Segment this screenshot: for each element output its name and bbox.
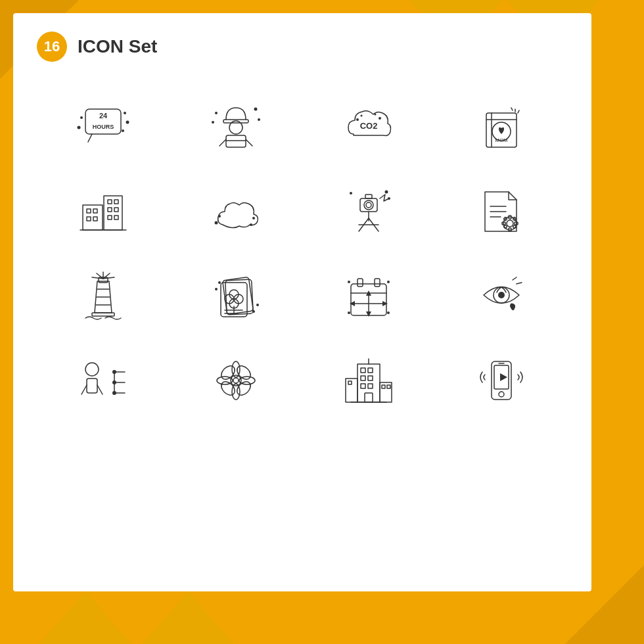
icon-settings-doc (435, 167, 568, 252)
svg-point-21 (379, 117, 381, 120)
svg-point-100 (348, 311, 350, 314)
svg-line-29 (511, 108, 513, 110)
icon-lighthouse (37, 252, 170, 338)
header: 16 ICON Set (13, 13, 591, 75)
svg-line-115 (517, 283, 522, 284)
svg-marker-108 (382, 301, 388, 306)
svg-point-133 (219, 379, 237, 398)
svg-marker-111 (366, 311, 371, 317)
svg-rect-104 (357, 279, 363, 287)
svg-line-6 (88, 134, 92, 142)
svg-line-119 (97, 385, 103, 394)
icon-calendar-resize (302, 252, 435, 338)
svg-point-0 (80, 116, 83, 119)
icon-clover-card (170, 252, 302, 338)
svg-point-47 (252, 217, 255, 219)
svg-rect-140 (368, 368, 373, 373)
bottom-left-decoration (39, 591, 239, 644)
svg-point-9 (215, 112, 218, 114)
svg-marker-107 (350, 301, 355, 306)
svg-point-64 (507, 220, 513, 227)
svg-text:CO2: CO2 (360, 121, 378, 131)
icon-cloud-blob (170, 167, 302, 252)
svg-rect-38 (108, 200, 112, 204)
svg-text:24: 24 (99, 112, 108, 120)
icon-worker (170, 81, 302, 167)
svg-line-31 (518, 110, 519, 113)
svg-marker-154 (500, 373, 507, 381)
svg-rect-144 (368, 384, 373, 388)
svg-rect-145 (365, 393, 373, 402)
svg-point-2 (124, 112, 126, 114)
icon-person-chart (37, 338, 170, 423)
svg-rect-142 (368, 376, 373, 380)
svg-point-4 (122, 129, 124, 132)
icon-mandala (170, 338, 302, 423)
svg-rect-34 (87, 209, 91, 213)
svg-point-3 (126, 121, 129, 124)
svg-point-50 (385, 191, 388, 194)
svg-point-136 (233, 378, 239, 383)
svg-point-155 (499, 392, 504, 397)
svg-line-118 (81, 385, 87, 394)
icon-mobile-video (435, 338, 568, 423)
svg-point-132 (235, 363, 253, 382)
svg-point-134 (235, 379, 253, 398)
svg-point-54 (366, 202, 371, 208)
icon-eye-drop (435, 252, 568, 338)
icon-city-building (302, 338, 435, 423)
svg-point-101 (387, 311, 390, 314)
icon-grid: 24 HOURS (13, 75, 591, 436)
svg-rect-41 (114, 208, 118, 212)
svg-point-131 (219, 363, 237, 382)
svg-line-114 (513, 277, 517, 280)
svg-point-85 (215, 288, 218, 290)
svg-point-11 (254, 108, 258, 111)
svg-rect-35 (93, 209, 97, 213)
svg-rect-151 (387, 385, 390, 388)
svg-rect-143 (361, 384, 365, 388)
svg-rect-36 (87, 217, 91, 221)
svg-line-16 (219, 139, 226, 146)
svg-point-1 (78, 126, 81, 129)
svg-rect-32 (83, 205, 103, 230)
page-title: ICON Set (78, 36, 157, 57)
svg-text:MOM: MOM (495, 137, 508, 143)
svg-point-53 (364, 200, 373, 210)
svg-rect-83 (92, 313, 114, 316)
svg-point-20 (356, 118, 359, 121)
svg-rect-37 (93, 217, 97, 221)
svg-point-12 (258, 118, 260, 121)
svg-rect-15 (226, 135, 246, 147)
badge-number: 16 (37, 32, 67, 62)
svg-text:HOURS: HOURS (93, 124, 114, 130)
svg-rect-105 (375, 279, 380, 287)
svg-rect-43 (114, 216, 118, 219)
svg-rect-150 (382, 385, 385, 388)
svg-rect-117 (87, 379, 97, 393)
svg-rect-33 (104, 196, 122, 230)
svg-point-87 (256, 304, 259, 306)
icon-buildings (37, 167, 170, 252)
svg-rect-89 (225, 279, 254, 315)
svg-rect-39 (114, 200, 118, 204)
svg-rect-42 (108, 216, 112, 219)
svg-point-22 (361, 115, 363, 117)
svg-point-116 (85, 363, 99, 376)
svg-point-98 (348, 281, 350, 283)
icon-co2-cloud: CO2 (302, 81, 435, 167)
icon-24-hours-chat: 24 HOURS (37, 81, 170, 167)
svg-rect-40 (108, 208, 112, 212)
svg-point-99 (387, 281, 390, 283)
svg-line-17 (246, 139, 252, 146)
svg-rect-141 (361, 376, 365, 380)
svg-rect-149 (348, 381, 352, 384)
svg-rect-59 (365, 195, 372, 198)
svg-point-23 (375, 114, 377, 116)
icon-mom-gift: MOM (435, 81, 568, 167)
svg-point-84 (218, 281, 221, 284)
icon-telescope (302, 167, 435, 252)
svg-point-46 (215, 221, 218, 225)
svg-point-113 (498, 292, 505, 298)
svg-point-10 (212, 121, 214, 124)
